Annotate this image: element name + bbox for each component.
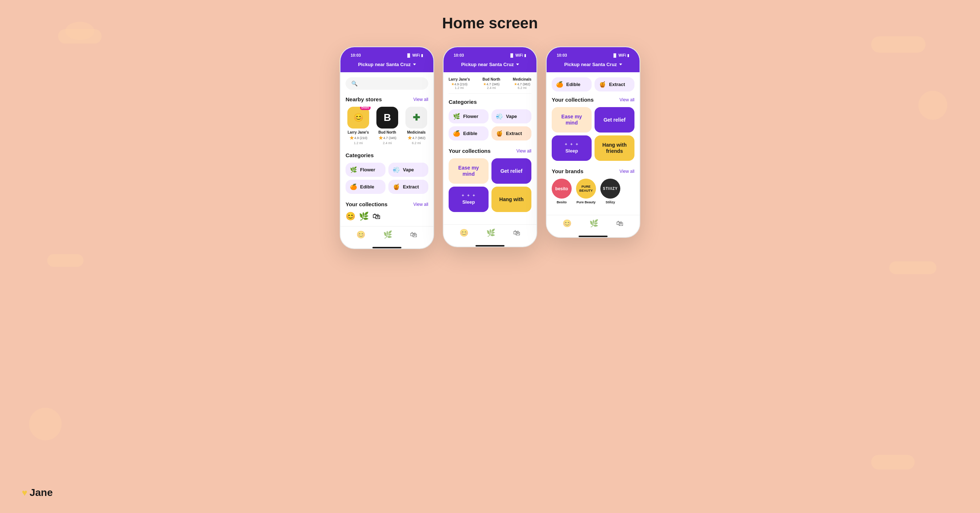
store-list-bud[interactable]: Bud North ★4.7 (345) 2.4 mi: [482, 77, 500, 90]
collections-view-all-1[interactable]: View all: [414, 202, 428, 207]
star-icon: ★: [349, 134, 354, 141]
list-med-name: Medicinals: [513, 77, 531, 81]
list-larry-name: Larry Jane's: [449, 77, 470, 81]
chevron-down-icon-1: [413, 64, 416, 65]
brand-stiiizy[interactable]: STIIIZY Stilizy: [600, 178, 620, 204]
phone-1-header: 10:03 ▐▌ WiFi ▮ Pickup near Santa Cruz: [340, 47, 433, 72]
location-bar-1[interactable]: Pickup near Santa Cruz: [348, 59, 426, 72]
page-title: Home screen: [442, 14, 538, 32]
cat-edible-2[interactable]: 🍊 Edible: [449, 126, 488, 140]
bud-name: Bud North: [379, 130, 396, 134]
nav-leaf-2[interactable]: 🌿: [486, 228, 495, 237]
battery-icon-3: ▮: [627, 53, 629, 57]
coll-hang-2[interactable]: Hang with: [492, 186, 531, 212]
nav-leaf-1[interactable]: 🌿: [383, 230, 392, 239]
larry-name: Larry Jane's: [348, 130, 369, 134]
vape-label-2: Vape: [506, 114, 517, 119]
med-cross: ✚: [413, 113, 420, 123]
coll-relief-3[interactable]: Get relief: [595, 107, 635, 132]
nearby-stores-title: Nearby stores: [345, 96, 382, 102]
bud-rating-row: ★ 4.7 (345): [378, 134, 396, 141]
hang-label-3: Hang with friends: [600, 142, 629, 154]
home-bar-1: [372, 247, 401, 249]
store-list-med[interactable]: Medicinals ★4.7 (982) 6.2 mi: [513, 77, 531, 90]
bottom-nav-1: 😊 🌿 🛍: [340, 226, 433, 244]
nav-bag-2[interactable]: 🛍: [513, 229, 520, 237]
star-larry-2: ★: [451, 82, 455, 86]
categories-title-2: Categories: [449, 99, 477, 105]
nav-smiley-1[interactable]: 😊: [356, 230, 366, 239]
cat-vape-1[interactable]: 💨 Vape: [388, 163, 428, 177]
nearby-stores-view-all[interactable]: View all: [414, 97, 428, 102]
list-larry-dist: 1.2 mi: [455, 86, 464, 90]
phone-1: 10:03 ▐▌ WiFi ▮ Pickup near Santa Cruz 🔍…: [340, 46, 434, 249]
coll-sleep-2[interactable]: ✦ ✦ ✦ Sleep: [449, 186, 488, 212]
location-bar-2[interactable]: Pickup near Santa Cruz: [451, 59, 529, 72]
battery-icon: ▮: [421, 53, 423, 57]
coll-relief-2[interactable]: Get relief: [492, 158, 531, 184]
coll-ease-3[interactable]: Ease my mind: [552, 107, 592, 132]
stores-list-2: Larry Jane's ★4.9 (210) 1.2 mi Bud North…: [449, 77, 531, 94]
nav-smiley-2[interactable]: 😊: [460, 228, 469, 237]
larry-distance: 1.2 mi: [354, 141, 363, 145]
nav-leaf-3[interactable]: 🌿: [589, 219, 598, 228]
larry-rating: 4.9 (210): [354, 136, 368, 140]
coll-ease-2[interactable]: Ease my mind: [449, 158, 488, 184]
cat-edible-1[interactable]: 🍊 Edible: [345, 180, 385, 194]
sleep-label-3: Sleep: [565, 148, 578, 154]
besito-name: Besito: [557, 201, 567, 204]
cat-extract-1[interactable]: 🍯 Extract: [388, 180, 428, 194]
status-bar-2: 10:03 ▐▌ WiFi ▮: [451, 51, 529, 59]
brands-title-3: Your brands: [552, 168, 583, 174]
collections-header-3: Your collections View all: [552, 97, 635, 103]
bud-rating: 4.7 (345): [383, 136, 396, 140]
cat-extract-2[interactable]: 🍯 Extract: [492, 126, 531, 140]
categories-header-2: Categories: [449, 99, 531, 105]
location-bar-3[interactable]: Pickup near Santa Cruz: [554, 59, 632, 72]
wifi-icon: WiFi: [412, 53, 420, 57]
signal-icon: ▐▌: [406, 53, 411, 57]
star-icon-bud: ★: [378, 134, 383, 141]
phone-2-content: Larry Jane's ★4.9 (210) 1.2 mi Bud North…: [444, 72, 536, 225]
collections-view-all-3[interactable]: View all: [620, 97, 635, 102]
store-bud[interactable]: B Bud North ★ 4.7 (345) 2.4 mi: [375, 107, 400, 145]
brand-pure-beauty[interactable]: PURE BEAUTY Pure Beauty: [576, 178, 596, 204]
edible-icon-2: 🍊: [453, 130, 460, 137]
phone-3: 10:03 ▐▌ WiFi ▮ Pickup near Santa Cruz 🍊…: [546, 46, 640, 238]
edible-icon-3: 🍊: [556, 81, 563, 88]
brands-view-all-3[interactable]: View all: [620, 169, 635, 174]
list-med-dist: 6.2 mi: [518, 86, 527, 90]
larry-rating-row: ★ 4.9 (210): [349, 134, 368, 141]
home-bar-2: [476, 245, 504, 247]
nav-smiley-3[interactable]: 😊: [563, 219, 572, 228]
extract-label-1: Extract: [403, 184, 419, 190]
store-list-larry[interactable]: Larry Jane's ★4.9 (210) 1.2 mi: [449, 77, 470, 90]
edible-label-1: Edible: [360, 184, 374, 190]
coll-hang-3[interactable]: Hang with friends: [595, 135, 635, 161]
cat-vape-2[interactable]: 💨 Vape: [492, 109, 531, 123]
cat-edible-3[interactable]: 🍊 Edible: [552, 77, 592, 91]
nav-bag-1[interactable]: 🛍: [410, 231, 417, 239]
collections-view-all-2[interactable]: View all: [517, 148, 531, 154]
med-distance: 6.2 mi: [412, 141, 421, 145]
cat-flower-1[interactable]: 🌿 Flower: [345, 163, 385, 177]
store-larry[interactable]: 😊 Deals Larry Jane's ★ 4.9 (210) 1.2 mi: [345, 107, 371, 145]
collections-title-2: Your collections: [449, 148, 491, 154]
sleep-inner: ✦ ✦ ✦ Sleep: [461, 193, 476, 205]
bud-letter: B: [383, 112, 391, 123]
phone-2-header: 10:03 ▐▌ WiFi ▮ Pickup near Santa Cruz: [444, 47, 536, 72]
store-med[interactable]: ✚ Medicinals ★ 4.7 (982) 6.2 mi: [404, 107, 428, 145]
phone-1-content: 🔍 Nearby stores View all 😊 Deals Larry J…: [340, 72, 433, 226]
home-bar-3: [579, 236, 608, 237]
besito-circle: besito: [552, 178, 572, 199]
categories-grid-2: 🌿 Flower 💨 Vape 🍊 Edible 🍯 Extract: [449, 109, 531, 140]
coll-sleep-3[interactable]: ✦ ✦ ✦ Sleep: [552, 135, 592, 161]
brand-besito[interactable]: besito Besito: [552, 178, 572, 204]
cat-flower-2[interactable]: 🌿 Flower: [449, 109, 488, 123]
nav-bag-3[interactable]: 🛍: [616, 219, 624, 228]
cat-extract-3[interactable]: 🍯 Extract: [595, 77, 635, 91]
coll-leaf-icon: 🌿: [359, 212, 369, 221]
status-icons-3: ▐▌ WiFi ▮: [612, 53, 629, 57]
collections-title-3: Your collections: [552, 97, 594, 103]
search-bar-1[interactable]: 🔍: [345, 77, 428, 90]
